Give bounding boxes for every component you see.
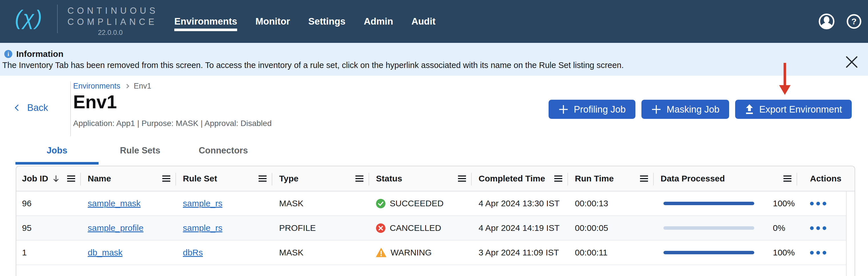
rule-set-link[interactable]: dbRs (183, 248, 203, 257)
table-scrollbar[interactable] (846, 191, 855, 276)
app-logo: (χ) (15, 7, 43, 28)
column-header-run-time: Run Time (568, 166, 654, 191)
close-icon[interactable] (845, 55, 858, 68)
status-label: WARNING (391, 248, 432, 257)
breadcrumb-environments-link[interactable]: Environments (73, 82, 120, 91)
column-header-actions: Actions (797, 166, 855, 191)
column-menu-icon[interactable] (554, 176, 562, 182)
main-nav: Environments Monitor Settings Admin Audi… (174, 0, 435, 43)
tab-rule-sets[interactable]: Rule Sets (99, 142, 182, 164)
chevron-left-icon (15, 104, 22, 111)
job-id-cell: 1 (16, 248, 81, 257)
data-processed-bar (663, 202, 754, 205)
upload-icon (745, 104, 754, 115)
help-icon[interactable]: ? (846, 14, 862, 29)
completed-time-cell: 4 Apr 2024 13:30 IST (472, 198, 568, 208)
info-icon: i (4, 50, 12, 58)
job-name-link[interactable]: sample_mask (88, 198, 141, 208)
nav-item-monitor[interactable]: Monitor (255, 16, 290, 27)
app-wordmark: CONTINUOUS COMPLIANCE (67, 5, 158, 27)
column-header-job-id: Job ID (16, 166, 81, 191)
logo-divider (57, 5, 58, 33)
title-divider (70, 82, 71, 136)
column-menu-icon[interactable] (162, 176, 170, 182)
nav-item-audit[interactable]: Audit (411, 16, 435, 27)
env-tabs: Jobs Rule Sets Connectors (16, 142, 265, 164)
masking-job-button[interactable]: Masking Job (642, 100, 729, 119)
column-menu-icon[interactable] (258, 176, 267, 182)
sort-descending-icon[interactable] (53, 175, 59, 183)
table-header-row: Job ID Name Rule Set Type Status Co (16, 166, 855, 191)
job-type-cell: MASK (272, 198, 369, 208)
breadcrumb: Environments Env1 (73, 82, 151, 91)
status-succeeded-icon (376, 199, 385, 208)
job-name-link[interactable]: db_mask (88, 248, 123, 257)
rule-set-link[interactable]: sample_rs (183, 198, 222, 208)
completed-time-cell: 4 Apr 2024 14:19 IST (472, 223, 568, 233)
column-menu-icon[interactable] (458, 176, 466, 182)
chevron-right-icon (125, 84, 129, 89)
breadcrumb-current: Env1 (134, 82, 151, 91)
export-environment-button[interactable]: Export Environment (735, 100, 852, 119)
column-menu-icon[interactable] (783, 176, 792, 182)
profiling-job-button[interactable]: Profiling Job (549, 100, 636, 119)
data-processed-percent: 100% (773, 198, 795, 208)
job-name-link[interactable]: sample_profile (88, 223, 144, 233)
user-icon[interactable] (818, 13, 835, 30)
nav-item-settings[interactable]: Settings (308, 16, 345, 27)
column-header-completed-time: Completed Time (472, 166, 568, 191)
rule-set-link[interactable]: sample_rs (183, 223, 222, 233)
table-row-job-96: 96 sample_mask sample_rs MASK SUCCEEDED … (16, 191, 846, 216)
column-menu-icon[interactable] (355, 176, 364, 182)
completed-time-cell: 3 Apr 2024 11:09 IST (472, 248, 568, 257)
job-type-cell: MASK (272, 248, 369, 257)
back-label: Back (27, 102, 48, 113)
run-time-cell: 00:00:05 (568, 223, 654, 233)
back-button[interactable]: Back (16, 102, 48, 113)
nav-item-admin[interactable]: Admin (364, 16, 393, 27)
banner-title: Information (16, 49, 63, 59)
data-processed-bar (663, 226, 754, 230)
data-processed-percent: 100% (773, 248, 795, 257)
column-menu-icon[interactable] (67, 176, 75, 182)
status-label: CANCELLED (390, 223, 441, 233)
plus-icon (651, 104, 661, 115)
app-version: 22.0.0.0 (67, 29, 153, 37)
jobs-table: Job ID Name Rule Set Type Status Co (16, 166, 855, 276)
column-header-data-processed: Data Processed (654, 166, 797, 191)
column-header-name: Name (81, 166, 176, 191)
status-label: SUCCEEDED (390, 198, 443, 208)
column-header-status: Status (369, 166, 472, 191)
column-menu-icon[interactable] (640, 176, 648, 182)
information-banner: i Information The Inventory Tab has been… (0, 43, 868, 76)
page-title: Env1 (73, 91, 117, 113)
nav-item-environments[interactable]: Environments (174, 16, 237, 27)
table-row-job-95: 95 sample_profile sample_rs PROFILE CANC… (16, 216, 846, 241)
row-actions-menu-icon[interactable] (810, 226, 826, 230)
status-cancelled-icon (376, 223, 385, 233)
svg-text:?: ? (851, 17, 857, 26)
data-processed-percent: 0% (773, 223, 785, 233)
plus-icon (558, 104, 568, 115)
row-actions-menu-icon[interactable] (810, 202, 826, 206)
data-processed-bar (663, 251, 754, 254)
status-warning-icon (376, 248, 386, 257)
page-subtitle: Application: App1 | Purpose: MASK | Appr… (73, 119, 272, 128)
column-header-rule-set: Rule Set (176, 166, 272, 191)
column-header-type: Type (272, 166, 369, 191)
top-navbar: (χ) CONTINUOUS COMPLIANCE 22.0.0.0 Envir… (0, 0, 868, 43)
banner-message: The Inventory Tab has been removed from … (2, 61, 624, 70)
job-id-cell: 96 (16, 198, 81, 208)
job-type-cell: PROFILE (272, 223, 369, 233)
tab-jobs[interactable]: Jobs (16, 142, 99, 164)
run-time-cell: 00:00:11 (568, 248, 654, 257)
run-time-cell: 00:00:13 (568, 198, 654, 208)
table-row-job-1: 1 db_mask dbRs MASK WARNING 3 Apr 2024 1… (16, 241, 846, 265)
row-actions-menu-icon[interactable] (810, 251, 826, 254)
job-id-cell: 95 (16, 223, 81, 233)
tab-connectors[interactable]: Connectors (182, 142, 265, 164)
